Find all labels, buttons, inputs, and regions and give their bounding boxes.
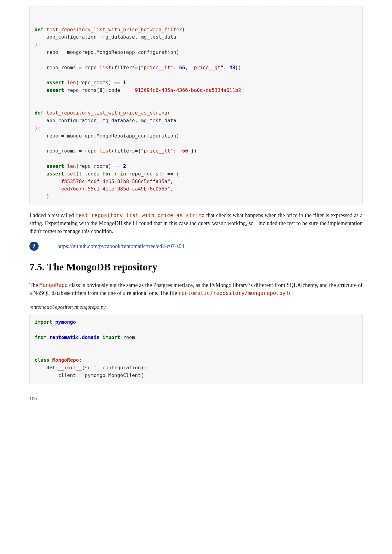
- inline-code-test-name: test_repository_list_with_price_as_strin…: [76, 212, 205, 218]
- code-block-mongorepo: import pymongo from rentomatic.domain im…: [29, 314, 363, 384]
- code-block-tests: def test_repository_list_with_price_betw…: [29, 6, 363, 205]
- text-segment: The: [29, 282, 40, 288]
- section-heading: 7.5. The MongoDB repository: [29, 260, 363, 275]
- inline-code-filepath: rentomatic/repository/mongorepo.py: [179, 290, 286, 296]
- inline-code-mongorepo: MongoRepo: [40, 282, 68, 288]
- github-link[interactable]: https://github.com/pycabook/rentomatic/t…: [57, 243, 184, 249]
- file-path-caption: rentomatic/repository/mongorepo.py: [29, 303, 363, 311]
- info-icon: i: [29, 242, 39, 251]
- paragraph-added-test: I added a test called test_repository_li…: [29, 211, 363, 235]
- info-admonition: i https://github.com/pycabook/rentomatic…: [29, 241, 363, 251]
- admonition-content: https://github.com/pycabook/rentomatic/t…: [57, 242, 184, 251]
- admonition-divider: [48, 241, 48, 251]
- page-number: 106: [29, 395, 363, 402]
- text-segment: I added a test called: [29, 212, 76, 218]
- text-segment: is: [285, 290, 291, 296]
- paragraph-mongorepo-intro: The MongoRepo class is obviously not the…: [29, 281, 363, 297]
